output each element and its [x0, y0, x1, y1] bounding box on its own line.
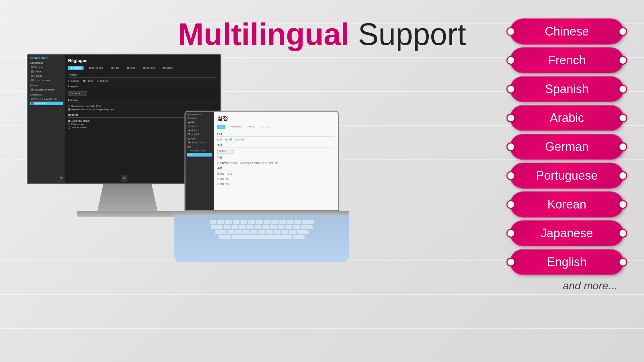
- casting-item[interactable]: Dispositifs de coulée: [30, 88, 63, 92]
- korean-loop-none[interactable]: 없음 (기본값): [217, 172, 232, 175]
- settings-title: Réglages: [68, 58, 217, 63]
- tab-general[interactable]: Général: [68, 66, 84, 70]
- language-section: Langue: [68, 85, 217, 89]
- korean-theme-day[interactable]: 낮: [217, 138, 222, 141]
- korean-folders[interactable]: 📁 폴더: [187, 121, 212, 124]
- list-icon: [31, 79, 34, 81]
- laptop: All Video Player 라이브러리 📁 폴더 🎬 비디오 ⭐ 즐겨찾기…: [174, 111, 349, 262]
- korean-playback-start[interactable]: 처음부터 다시 시작: [217, 162, 237, 165]
- settings-item[interactable]: Paramètres: [30, 102, 63, 105]
- key: [285, 225, 292, 229]
- korean-app-ui: All Video Player 라이브러리 📁 폴더 🎬 비디오 ⭐ 즐겨찾기…: [185, 112, 338, 210]
- heart-icon: [31, 75, 34, 77]
- upgrade-icon: [31, 98, 34, 100]
- lang-btn-portuguese[interactable]: Portuguese: [510, 163, 624, 189]
- key: [264, 220, 270, 224]
- language-dropdown[interactable]: Français ▾: [68, 91, 87, 96]
- playlists-item[interactable]: Listes de lecture: [30, 78, 63, 82]
- theme-options: Lumière Foncé Système: [68, 80, 217, 82]
- renew-icon[interactable]: ↺: [121, 175, 127, 182]
- lang-btn-german[interactable]: German: [510, 134, 624, 160]
- key: [239, 225, 246, 229]
- playback-start[interactable]: Recommencer depuis le début: [68, 105, 217, 107]
- key-shift-right: [293, 235, 305, 239]
- key: [256, 220, 263, 224]
- lang-btn-spanish[interactable]: Spanish: [510, 76, 624, 102]
- korean-theme-system[interactable]: 시스템: [235, 138, 244, 141]
- korean-tab-library[interactable]: ● 라이브러리: [227, 125, 243, 129]
- korean-language-section: 언어: [217, 143, 334, 147]
- korean-language-dropdown[interactable]: 한국어 ▾: [217, 149, 234, 154]
- key: [271, 220, 278, 224]
- korean-playlists[interactable]: ☰ 재생 목록: [187, 133, 212, 136]
- theme-dark[interactable]: Foncé: [83, 80, 93, 82]
- k-radio-pr: [240, 162, 243, 164]
- playback-resume[interactable]: Reprendre depuis la dernière position jo…: [68, 108, 217, 111]
- lang-btn-english[interactable]: English: [510, 249, 624, 275]
- korean-tab-general[interactable]: 일반: [217, 125, 225, 129]
- laptop-keyboard: [174, 215, 349, 262]
- k-radio-system: [235, 139, 237, 141]
- korean-tab-audio[interactable]: ♪ 오디오: [259, 125, 271, 129]
- laptop-hinge: [174, 211, 349, 215]
- korean-main: 설정 일반 ● 라이브러리 □ 비디오 ♪ 오디오 테마 낮 어둠 시스템 언어…: [214, 112, 338, 210]
- radio-all: [68, 126, 70, 129]
- tab-dot: [111, 67, 113, 69]
- korean-videos[interactable]: 🎬 비디오: [187, 125, 212, 128]
- pro-icon[interactable]: $: [58, 175, 64, 182]
- tab-dot: [89, 67, 91, 69]
- korean-theme-dark[interactable]: 어둠: [225, 138, 232, 141]
- key: [215, 230, 226, 234]
- lang-btn-japanese[interactable]: Japanese: [510, 220, 624, 246]
- korean-playback-section: 재생: [217, 156, 334, 160]
- radio-dark: [83, 80, 86, 82]
- lang-btn-korean[interactable]: Korean: [510, 191, 624, 218]
- korean-loop-options: 없음 (기본값): [217, 172, 334, 175]
- tab-dot: [71, 67, 72, 69]
- key: [210, 220, 216, 224]
- key: [301, 225, 313, 229]
- korean-app-title: All Video Player: [187, 113, 212, 115]
- tab-dot: [143, 67, 145, 69]
- k-radio-ls: [217, 178, 219, 180]
- key: [248, 220, 255, 224]
- videos-item[interactable]: Vidéos: [30, 70, 63, 73]
- theme-light[interactable]: Lumière: [68, 80, 79, 82]
- korean-general-section: 일반: [187, 146, 212, 148]
- folders-item[interactable]: Dossiers: [30, 65, 63, 69]
- tab-dot: [127, 67, 129, 69]
- lang-btn-arabic[interactable]: Arabic: [510, 105, 624, 131]
- korean-loop-single[interactable]: 단일 파일: [217, 177, 229, 180]
- korean-tab-video[interactable]: □ 비디오: [245, 125, 257, 129]
- korean-settings[interactable]: ⚙ 설정: [187, 153, 212, 157]
- tab-video[interactable]: Vidéo: [109, 66, 122, 70]
- tab-subtitle[interactable]: Sous-titre: [141, 66, 158, 70]
- theme-system[interactable]: Système: [97, 80, 109, 82]
- radio-single: [68, 123, 70, 125]
- korean-casting[interactable]: 📡 캐스팅 디바이스: [187, 141, 212, 144]
- key: [255, 225, 261, 229]
- k-radio-ps: [217, 162, 219, 164]
- korean-loop-all[interactable]: 모든 파일: [217, 182, 229, 185]
- lang-btn-french[interactable]: French: [510, 47, 624, 73]
- k-radio-la: [217, 183, 219, 185]
- key: [302, 220, 314, 224]
- folder-icon: [31, 66, 34, 68]
- radio-light: [68, 80, 70, 82]
- korean-upgrade[interactable]: ⬆ Pro로 업그레이드: [187, 149, 212, 153]
- key: [293, 225, 300, 229]
- radio-resume: [68, 108, 70, 111]
- tab-library[interactable]: Bibliothèque: [86, 66, 106, 70]
- lang-btn-chinese[interactable]: Chinese: [510, 18, 624, 45]
- key: [227, 230, 234, 234]
- korean-network-section: 네트워크: [187, 138, 212, 140]
- and-more-text: and more...: [510, 280, 624, 292]
- upgrade-item[interactable]: Passer à la version Pro: [30, 97, 63, 101]
- korean-playback-resume[interactable]: 마지막으로 재생한 위치에서 다시 시작: [240, 162, 278, 165]
- tab-audio[interactable]: Audio: [124, 66, 138, 70]
- cast-icon: [31, 88, 34, 91]
- korean-sidebar: All Video Player 라이브러리 📁 폴더 🎬 비디오 ⭐ 즐겨찾기…: [185, 112, 214, 210]
- tab-casting[interactable]: Casting: [160, 66, 175, 70]
- favorites-item[interactable]: Favoris: [30, 74, 63, 78]
- korean-favorites[interactable]: ⭐ 즐겨찾기: [187, 129, 212, 132]
